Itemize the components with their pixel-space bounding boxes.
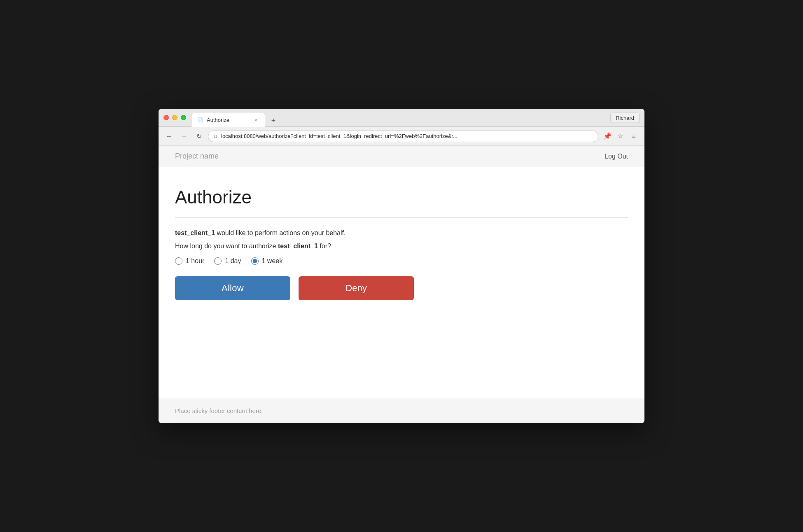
user-label: Richard [610, 112, 640, 123]
address-text: localhost:8080/web/authorize?client_id=t… [221, 133, 593, 139]
radio-label-1day: 1 day [225, 257, 241, 265]
radio-group: 1 hour 1 day 1 week [175, 257, 628, 265]
new-tab-button[interactable]: + [268, 115, 279, 126]
client-name-1: test_client_1 [175, 229, 215, 236]
nav-bar: ← → ↻ 🗋 localhost:8080/web/authorize?cli… [159, 127, 644, 146]
radio-1hour[interactable] [175, 257, 182, 265]
logout-link[interactable]: Log Out [605, 153, 628, 160]
browser-window: 📄 Authorize × + Richard ← → ↻ 🗋 localhos… [159, 109, 644, 423]
duration-question-suffix: for? [318, 243, 331, 250]
pin-button[interactable]: 📌 [602, 131, 613, 142]
nav-actions: 📌 ☆ ≡ [602, 131, 640, 142]
address-icon: 🗋 [213, 134, 218, 139]
main-content: Authorize test_client_1 would like to pe… [159, 167, 644, 398]
radio-label-1hour: 1 hour [186, 257, 204, 265]
radio-label-1week: 1 week [262, 257, 283, 265]
duration-question: How long do you want to authorize test_c… [175, 243, 628, 250]
close-button[interactable] [163, 115, 169, 120]
traffic-lights [163, 115, 186, 120]
radio-1week[interactable] [251, 257, 259, 265]
client-name-2: test_client_1 [278, 243, 318, 250]
description-suffix: would like to perform actions on your be… [215, 229, 346, 236]
menu-button[interactable]: ≡ [628, 131, 640, 142]
app-footer: Place sticky footer content here. [159, 398, 644, 423]
app-header: Project name Log Out [159, 146, 644, 167]
tab-icon: 📄 [197, 117, 203, 123]
button-group: Allow Deny [175, 276, 628, 300]
radio-option-1day[interactable]: 1 day [214, 257, 241, 265]
description: test_client_1 would like to perform acti… [175, 229, 628, 237]
project-name: Project name [175, 152, 219, 161]
page-title: Authorize [175, 187, 628, 208]
radio-1day[interactable] [214, 257, 222, 265]
maximize-button[interactable] [181, 115, 186, 120]
reload-button[interactable]: ↻ [193, 131, 205, 142]
footer-text: Place sticky footer content here. [175, 407, 263, 414]
tab-close-button[interactable]: × [252, 117, 259, 124]
divider [175, 217, 628, 218]
active-tab[interactable]: 📄 Authorize × [191, 113, 265, 127]
duration-question-prefix: How long do you want to authorize [175, 243, 278, 250]
star-button[interactable]: ☆ [615, 131, 626, 142]
tab-label: Authorize [207, 117, 229, 123]
allow-button[interactable]: Allow [175, 276, 290, 300]
forward-button[interactable]: → [178, 131, 190, 142]
back-button[interactable]: ← [163, 131, 175, 142]
radio-option-1hour[interactable]: 1 hour [175, 257, 204, 265]
deny-button[interactable]: Deny [299, 276, 414, 300]
tab-bar: 📄 Authorize × + [191, 109, 640, 126]
radio-option-1week[interactable]: 1 week [251, 257, 283, 265]
minimize-button[interactable] [172, 115, 177, 120]
title-bar: 📄 Authorize × + Richard [159, 109, 644, 127]
address-bar[interactable]: 🗋 localhost:8080/web/authorize?client_id… [208, 131, 598, 142]
